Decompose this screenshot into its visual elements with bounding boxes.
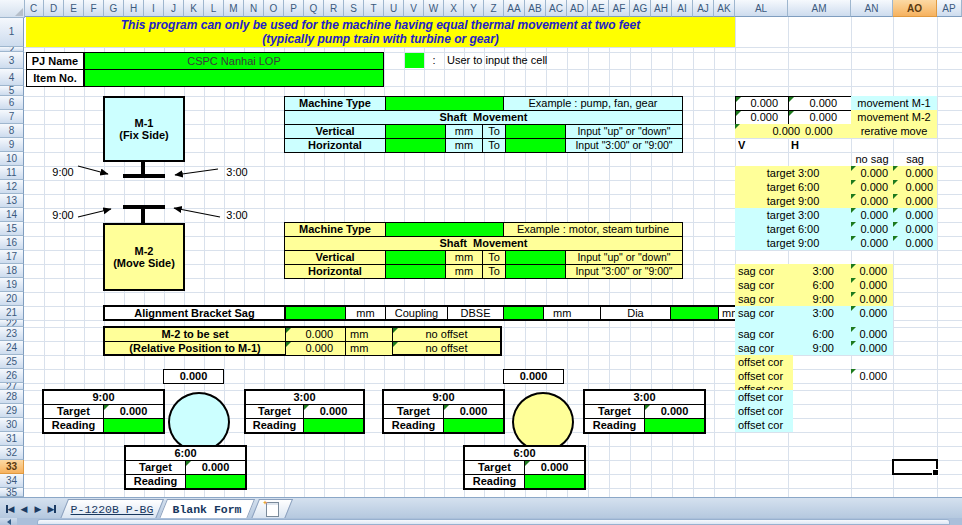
dial-m2-6-reading-input[interactable] <box>524 474 585 489</box>
row-header-30[interactable]: 30 <box>0 418 24 432</box>
target-m1-row2-nosag[interactable]: 0.000 <box>851 180 893 194</box>
scroll-left-button[interactable] <box>0 518 17 525</box>
tab-scroll-prev-button[interactable]: ◀ <box>17 498 31 519</box>
row-header-31[interactable]: 31 <box>0 432 24 446</box>
column-header-AC[interactable]: AC <box>546 0 567 17</box>
row-header-14[interactable]: 14 <box>0 208 24 222</box>
column-header-Z[interactable]: Z <box>484 0 504 17</box>
row-header-4[interactable]: 4 <box>0 69 24 86</box>
row-header-32[interactable]: 32 <box>0 446 24 460</box>
row-header-7[interactable]: 7 <box>0 110 24 124</box>
t2-horizontal-input[interactable] <box>385 264 446 279</box>
movement-m2-h[interactable]: 0.000 <box>788 110 852 125</box>
target-m2-row2-nosag[interactable]: 0.000 <box>851 222 893 236</box>
row-header-34[interactable]: 34 <box>0 474 24 488</box>
sagcor-m1-row3-value[interactable]: 0.000 <box>851 292 893 306</box>
column-header-H[interactable]: H <box>124 0 144 17</box>
column-header-J[interactable]: J <box>164 0 184 17</box>
insert-sheet-tab-icon[interactable]: ✦ <box>255 499 289 519</box>
dial-m2-9-reading-input[interactable] <box>443 418 504 433</box>
row-header-22[interactable]: 22 <box>0 320 24 327</box>
active-cell-selection[interactable] <box>892 459 938 475</box>
column-header-AF[interactable]: AF <box>609 0 630 17</box>
column-header-Q[interactable]: Q <box>304 0 324 17</box>
movement-m1-h[interactable]: 0.000 <box>788 96 852 111</box>
horizontal-scrollbar-thumb[interactable] <box>37 519 950 525</box>
column-header-AN[interactable]: AN <box>851 0 893 17</box>
dial-m1-6-target-value[interactable]: 0.000 <box>185 460 246 475</box>
column-header-AB[interactable]: AB <box>525 0 546 17</box>
relative-move-values[interactable]: 0.000 0.000 <box>735 124 851 138</box>
column-header-D[interactable]: D <box>44 0 64 17</box>
column-header-AG[interactable]: AG <box>630 0 651 17</box>
dial-m2-3-reading-input[interactable] <box>644 418 705 433</box>
alignment-dbse-input[interactable] <box>503 305 544 321</box>
column-header-AK[interactable]: AK <box>714 0 735 17</box>
row-header-15[interactable]: 15 <box>0 222 24 236</box>
target-m1-row1-sag[interactable]: 0.000 <box>893 166 937 180</box>
row-header-24[interactable]: 24 <box>0 341 24 355</box>
row-header-25[interactable]: 25 <box>0 355 24 369</box>
sagcor-m1-row1-value[interactable]: 0.000 <box>851 264 893 278</box>
row-header-9[interactable]: 9 <box>0 138 24 152</box>
column-header-X[interactable]: X <box>444 0 464 17</box>
row-header-5[interactable]: 5 <box>0 86 24 96</box>
column-header-P[interactable]: P <box>284 0 304 17</box>
row-header-18[interactable]: 18 <box>0 264 24 278</box>
dial-m2-top-value[interactable]: 0.000 <box>503 369 564 384</box>
column-header-Y[interactable]: Y <box>464 0 484 17</box>
sheet-tab-1[interactable]: P-1220B P-BG <box>64 499 160 519</box>
t1-horizontal-dir-input[interactable] <box>505 138 566 153</box>
dial-m1-3-reading-input[interactable] <box>303 418 364 433</box>
column-header-AP[interactable]: AP <box>937 0 962 17</box>
column-header-W[interactable]: W <box>424 0 444 17</box>
column-header-E[interactable]: E <box>64 0 84 17</box>
column-header-M[interactable]: M <box>224 0 244 17</box>
column-header-AM[interactable]: AM <box>788 0 851 17</box>
m2-set-value1[interactable]: 0.000 <box>285 326 346 342</box>
dial-m1-top-value[interactable]: 0.000 <box>163 369 224 384</box>
column-header-S[interactable]: S <box>344 0 364 17</box>
row-header-6[interactable]: 6 <box>0 96 24 110</box>
row-header-17[interactable]: 17 <box>0 250 24 264</box>
item-no-input[interactable] <box>84 69 384 87</box>
sagcor-m2-row3-value[interactable]: 0.000 <box>851 341 893 355</box>
column-header-AI[interactable]: AI <box>672 0 693 17</box>
row-header-11[interactable]: 11 <box>0 166 24 180</box>
column-header-AH[interactable]: AH <box>651 0 672 17</box>
tab-scroll-last-button[interactable]: ▶ <box>45 498 59 519</box>
row-header-28[interactable]: 28 <box>0 390 24 404</box>
column-header-AJ[interactable]: AJ <box>693 0 714 17</box>
column-header-U[interactable]: U <box>384 0 404 17</box>
m2-set-value2[interactable]: 0.000 <box>285 341 346 356</box>
column-header-K[interactable]: K <box>184 0 204 17</box>
dial-m1-3-target-value[interactable]: 0.000 <box>303 404 364 419</box>
sheet-tab-2[interactable]: Blank Form <box>163 499 251 519</box>
column-header-R[interactable]: R <box>324 0 344 17</box>
column-header-T[interactable]: T <box>364 0 384 17</box>
target-m2-row2-sag[interactable]: 0.000 <box>893 222 937 236</box>
column-header-AE[interactable]: AE <box>588 0 609 17</box>
row-header-35[interactable]: 35 <box>0 488 24 497</box>
column-header-O[interactable]: O <box>264 0 284 17</box>
column-header-C[interactable]: C <box>24 0 44 17</box>
movement-m1-v[interactable]: 0.000 <box>735 96 789 111</box>
column-header-AD[interactable]: AD <box>567 0 588 17</box>
row-header-20[interactable]: 20 <box>0 292 24 306</box>
row-header-1[interactable]: 1 <box>0 17 24 47</box>
row-header-33[interactable]: 33 <box>0 460 24 474</box>
t2-machine-type-input[interactable] <box>385 222 504 237</box>
column-header-I[interactable]: I <box>144 0 164 17</box>
t1-vertical-input[interactable] <box>385 124 446 139</box>
row-header-19[interactable]: 19 <box>0 278 24 292</box>
row-header-27[interactable]: 27 <box>0 383 24 390</box>
row-header-16[interactable]: 16 <box>0 236 24 250</box>
select-all-corner[interactable] <box>0 0 25 18</box>
column-header-V[interactable]: V <box>404 0 424 17</box>
t1-vertical-dir-input[interactable] <box>505 124 566 139</box>
row-header-12[interactable]: 12 <box>0 180 24 194</box>
row-header-13[interactable]: 13 <box>0 194 24 208</box>
dial-m2-9-target-value[interactable]: 0.000 <box>443 404 504 419</box>
t2-horizontal-dir-input[interactable] <box>505 264 566 279</box>
target-m2-row3-sag[interactable]: 0.000 <box>893 236 937 250</box>
